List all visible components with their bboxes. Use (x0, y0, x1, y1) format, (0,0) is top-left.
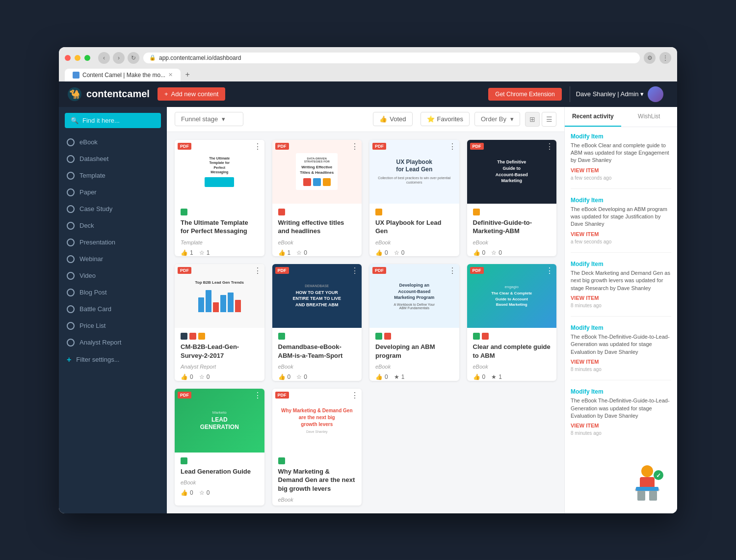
favorites-button[interactable]: ⭐ Favorites (421, 112, 470, 126)
grid-view-button[interactable]: ⊞ (525, 112, 540, 127)
card-menu-button[interactable]: ⋮ (351, 143, 359, 151)
stars-count: 0 (207, 489, 210, 496)
pdf-badge: PDF (275, 267, 289, 274)
chrome-extension-button[interactable]: Get Chrome Extension (488, 88, 561, 101)
address-bar[interactable]: 🔒 app.contentcamel.io/dashboard (143, 53, 640, 63)
tag-red (278, 209, 285, 215)
card-thumbnail: PDF ⋮ Why Marketing & Demand Genare the … (272, 389, 362, 453)
likes-stat: 👍 0 (473, 249, 486, 256)
browser-chrome: ‹ › ↻ 🔒 app.contentcamel.io/dashboard ⚙ … (59, 47, 677, 81)
card-menu-button[interactable]: ⋮ (254, 392, 262, 400)
tab-close-button[interactable]: ✕ (168, 72, 173, 78)
card-3: PDF ⋮ UX Playbookfor Lead Gen Collection… (369, 140, 459, 257)
card-title: Developing an ABM program (375, 343, 453, 360)
card-menu-button[interactable]: ⋮ (546, 267, 553, 275)
tab-wishlist[interactable]: WishList (621, 107, 678, 127)
sidebar-label-case-study: Case Study (79, 205, 112, 213)
sidebar-item-paper[interactable]: Paper (59, 184, 167, 201)
close-dot[interactable] (65, 55, 71, 61)
pdf-badge: PDF (372, 143, 386, 150)
card-thumbnail: PDF ⋮ The Ultimate Template for Perfect … (175, 140, 264, 204)
card-type: eBook (375, 240, 453, 245)
voted-button[interactable]: 👍 Voted (373, 112, 412, 126)
add-content-button[interactable]: + Add new content (158, 87, 225, 101)
card-type: eBook (278, 497, 356, 503)
minimize-dot[interactable] (75, 55, 80, 61)
view-item-link[interactable]: VIEW ITEM (571, 167, 671, 173)
voted-label: Voted (390, 115, 406, 123)
tag-dark (181, 333, 187, 340)
sidebar-item-case-study[interactable]: Case Study (59, 201, 167, 217)
card-title: UX Playbook for Lead Gen (375, 218, 453, 236)
stars-count: 0 (304, 373, 307, 380)
card-menu-button[interactable]: ⋮ (448, 267, 456, 275)
card-stats: 👍 0 ☆ 0 (181, 489, 259, 496)
menu-button[interactable]: ⋮ (659, 52, 671, 64)
pdf-badge: PDF (470, 143, 484, 150)
active-tab[interactable]: Content Camel | Make the mo... ✕ (65, 69, 181, 81)
sidebar-circle (67, 138, 75, 146)
app-container: 🐪 contentcamel + Add new content Get Chr… (59, 81, 677, 513)
sidebar-label-blog-post: Blog Post (79, 289, 107, 296)
card-menu-button[interactable]: ⋮ (254, 267, 262, 275)
activity-time: 8 minutes ago (571, 303, 671, 308)
card-menu-button[interactable]: ⋮ (254, 143, 262, 151)
tag-green (181, 209, 187, 215)
view-item-link[interactable]: VIEW ITEM (571, 423, 671, 428)
likes-count: 1 (288, 249, 291, 256)
card-stats: 👍 0 ☆ 0 (181, 373, 259, 380)
maximize-dot[interactable] (84, 55, 90, 61)
forward-button[interactable]: › (113, 52, 125, 64)
likes-stat: 👍 0 (278, 373, 291, 380)
sidebar-circle (67, 322, 75, 330)
add-content-label: Add new content (171, 90, 219, 98)
card-menu-button[interactable]: ⋮ (351, 267, 359, 275)
activity-item-3: Modify Item The Deck Marketing and Deman… (571, 261, 671, 317)
extensions-button[interactable]: ⚙ (644, 52, 656, 64)
sidebar-filter-settings[interactable]: + Filter settings... (59, 351, 167, 369)
sidebar-item-presentation[interactable]: Presentation (59, 234, 167, 251)
sidebar-label-video: Video (79, 272, 96, 279)
activity-desc: The eBook Developing an ABM program was … (571, 206, 671, 228)
sidebar-item-analyst-report[interactable]: Analyst Report (59, 334, 167, 351)
sidebar-item-price-list[interactable]: Price List (59, 318, 167, 334)
search-bar[interactable]: 🔍 Find it here... (65, 113, 161, 128)
view-item-link[interactable]: VIEW ITEM (571, 295, 671, 301)
funnel-stage-dropdown[interactable]: Funnel stage ▾ (175, 112, 243, 126)
lock-icon: 🔒 (149, 54, 156, 61)
new-tab-button[interactable]: + (181, 68, 194, 81)
tab-recent-activity[interactable]: Recent activity (565, 107, 621, 127)
card-10: PDF ⋮ Why Marketing & Demand Genare the … (272, 389, 362, 506)
svg-rect-7 (636, 487, 658, 491)
card-menu-button[interactable]: ⋮ (351, 392, 359, 400)
order-by-dropdown[interactable]: Order By ▾ (474, 112, 520, 126)
sidebar-item-deck[interactable]: Deck (59, 217, 167, 234)
sidebar-item-template[interactable]: Template (59, 167, 167, 184)
view-item-link[interactable]: VIEW ITEM (571, 231, 671, 237)
sidebar-circle (67, 205, 75, 213)
cards-grid: PDF ⋮ The Ultimate Template for Perfect … (167, 132, 564, 513)
sidebar-item-webinar[interactable]: Webinar (59, 251, 167, 267)
view-item-link[interactable]: VIEW ITEM (571, 359, 671, 365)
card-body: The Ultimate Template for Perfect Messag… (175, 204, 264, 257)
sidebar-item-datasheet[interactable]: Datasheet (59, 151, 167, 167)
card-type: Template (181, 240, 259, 245)
refresh-button[interactable]: ↻ (128, 52, 139, 64)
sidebar-item-battle-card[interactable]: Battle Card (59, 301, 167, 318)
stars-stat: ☆ 0 (296, 373, 307, 380)
back-button[interactable]: ‹ (98, 52, 110, 64)
svg-point-2 (641, 465, 653, 477)
sidebar-item-blog-post[interactable]: Blog Post (59, 284, 167, 301)
sidebar: 🔍 Find it here... eBook Datasheet Templa… (59, 107, 167, 513)
sidebar-item-ebook[interactable]: eBook (59, 134, 167, 151)
card-menu-button[interactable]: ⋮ (546, 143, 553, 151)
activity-action: Modify Item (571, 324, 671, 331)
tag-green (375, 333, 382, 340)
card-5: PDF ⋮ Top B2B Lead Gen Trends (175, 264, 264, 381)
list-view-button[interactable]: ☰ (542, 112, 556, 127)
sidebar-item-video[interactable]: Video (59, 267, 167, 284)
likes-count: 0 (190, 373, 193, 380)
card-1: PDF ⋮ The Ultimate Template for Perfect … (175, 140, 264, 257)
activity-action: Modify Item (571, 197, 671, 204)
card-menu-button[interactable]: ⋮ (448, 143, 456, 151)
